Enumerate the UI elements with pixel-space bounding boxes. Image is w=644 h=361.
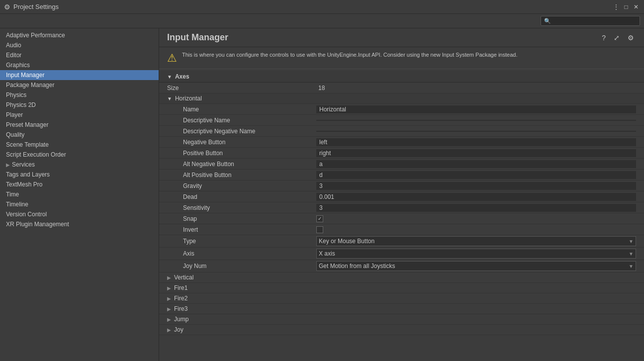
field-label-10: Snap (167, 215, 316, 222)
field-label-6: Alt Positive Button (167, 172, 316, 179)
sidebar-item-label: Time (6, 191, 19, 198)
checkbox-11[interactable] (316, 226, 323, 233)
dropdown-12[interactable]: Key or Mouse Button▼ (316, 236, 636, 246)
collapsed-label-joy: Joy (174, 326, 184, 333)
sidebar-item-quality[interactable]: Quality (0, 130, 159, 140)
sidebar-item-services[interactable]: ▶ Services (0, 160, 159, 170)
horizontal-label: Horizontal (175, 95, 202, 102)
horizontal-section-header[interactable]: ▼ Horizontal (159, 93, 644, 104)
sidebar-item-editor[interactable]: Editor (0, 50, 159, 60)
help-button[interactable]: ? (600, 33, 608, 43)
sidebar-item-label: Timeline (6, 201, 28, 208)
sidebar-item-label: Graphics (6, 62, 30, 69)
sidebar-item-input-manager[interactable]: Input Manager (0, 70, 159, 80)
size-row: Size 18 (159, 83, 644, 93)
sidebar-item-label: Version Control (6, 211, 47, 218)
dropdown-arrow-13: ▼ (629, 251, 634, 257)
field-value-6[interactable]: d (316, 171, 636, 179)
sidebar-item-textmesh-pro[interactable]: TextMesh Pro (0, 180, 159, 189)
settings-button[interactable]: ⚙ (626, 33, 636, 43)
collapsed-section-vertical[interactable]: ▶Vertical (159, 272, 644, 283)
dropdown-arrow-12: ▼ (629, 239, 634, 244)
sidebar-item-physics[interactable]: Physics (0, 90, 159, 100)
dropdown-14[interactable]: Get Motion from all Joysticks▼ (316, 261, 636, 271)
field-label-12: Type (167, 238, 316, 245)
page-title: Input Manager (167, 32, 600, 43)
sidebar-item-package-manager[interactable]: Package Manager (0, 80, 159, 90)
search-input-wrap: 🔍 (541, 16, 640, 26)
field-value-5[interactable]: a (316, 160, 636, 168)
field-value-0[interactable]: Horizontal (316, 105, 636, 113)
field-row-1: Descriptive Name (159, 115, 644, 126)
sidebar-item-label: XR Plugin Management (6, 221, 69, 228)
collapsed-tri-icon: ▶ (167, 306, 171, 312)
content-scroll: ⚠ This is where you can configure the co… (159, 47, 644, 361)
expand-button[interactable]: ⤢ (612, 33, 622, 43)
warning-text: This is where you can configure the cont… (182, 51, 517, 59)
sidebar-item-physics-2d[interactable]: Physics 2D (0, 100, 159, 110)
sidebar-item-label: Audio (6, 42, 21, 49)
search-input[interactable] (553, 17, 637, 24)
search-bar: 🔍 (0, 14, 644, 28)
field-label-8: Dead (167, 193, 316, 200)
sidebar-item-player[interactable]: Player (0, 110, 159, 120)
window-title: Project Settings (13, 3, 59, 10)
axes-section-label: Axes (175, 73, 189, 80)
size-value[interactable]: 18 (316, 84, 636, 92)
sidebar-item-timeline[interactable]: Timeline (0, 199, 159, 209)
field-row-10: Snap (159, 213, 644, 224)
sidebar-item-label: Input Manager (6, 72, 44, 79)
field-label-3: Negative Button (167, 139, 316, 146)
checkbox-10[interactable] (316, 215, 323, 222)
collapsed-label-vertical: Vertical (174, 274, 193, 281)
collapsed-section-joy[interactable]: ▶Joy (159, 325, 644, 335)
sidebar-item-label: Preset Manager (6, 121, 48, 128)
field-label-5: Alt Negative Button (167, 161, 316, 168)
sidebar-item-tags-and-layers[interactable]: Tags and Layers (0, 170, 159, 180)
sidebar-item-script-execution-order[interactable]: Script Execution Order (0, 150, 159, 160)
field-row-14: Joy NumGet Motion from all Joysticks▼ (159, 260, 644, 272)
content-area: Input Manager ? ⤢ ⚙ ⚠ This is where you … (159, 28, 644, 361)
collapsed-section-fire1[interactable]: ▶Fire1 (159, 283, 644, 293)
collapsed-section-fire3[interactable]: ▶Fire3 (159, 304, 644, 314)
more-options-button[interactable]: ⋮ (612, 3, 620, 11)
sidebar-item-graphics[interactable]: Graphics (0, 60, 159, 70)
collapsed-tri-icon: ▶ (167, 317, 171, 322)
sidebar-item-preset-manager[interactable]: Preset Manager (0, 120, 159, 130)
field-row-5: Alt Negative Buttona (159, 159, 644, 170)
sidebar-item-adaptive-performance[interactable]: Adaptive Performance (0, 30, 159, 40)
field-label-1: Descriptive Name (167, 117, 316, 124)
field-label-4: Positive Button (167, 150, 316, 157)
sidebar-item-scene-template[interactable]: Scene Template (0, 140, 159, 150)
collapsed-tri-icon: ▶ (167, 327, 171, 333)
sidebar-item-audio[interactable]: Audio (0, 40, 159, 50)
arrow-icon: ▶ (6, 162, 10, 168)
sidebar-item-xr-plugin-management[interactable]: XR Plugin Management (0, 219, 159, 229)
collapsed-tri-icon: ▶ (167, 296, 171, 301)
search-icon: 🔍 (544, 18, 551, 24)
maximize-button[interactable]: □ (622, 3, 630, 11)
title-bar: ⚙ Project Settings ⋮ □ ✕ (0, 0, 644, 14)
header-icons: ? ⤢ ⚙ (600, 33, 636, 43)
collapsed-section-jump[interactable]: ▶Jump (159, 314, 644, 325)
field-value-7[interactable]: 3 (316, 182, 636, 190)
field-label-9: Sensitivity (167, 204, 316, 211)
field-value-1[interactable] (316, 120, 636, 121)
axes-section-header[interactable]: ▼ Axes (159, 71, 644, 83)
settings-gear-icon: ⚙ (4, 3, 10, 11)
field-value-2[interactable] (316, 131, 636, 132)
sidebar-item-version-control[interactable]: Version Control (0, 209, 159, 219)
collapsed-section-fire2[interactable]: ▶Fire2 (159, 293, 644, 304)
dropdown-13[interactable]: X axis▼ (316, 249, 636, 259)
close-button[interactable]: ✕ (632, 3, 640, 11)
field-value-4[interactable]: right (316, 149, 636, 157)
collapsed-label-jump: Jump (174, 316, 188, 323)
field-value-3[interactable]: left (316, 138, 636, 146)
sidebar-item-label: Player (6, 111, 23, 118)
field-label-2: Descriptive Negative Name (167, 128, 316, 135)
sidebar-item-label: TextMesh Pro (6, 181, 42, 188)
sidebar-item-time[interactable]: Time (0, 189, 159, 199)
field-row-8: Dead0.001 (159, 191, 644, 202)
field-value-8[interactable]: 0.001 (316, 193, 636, 201)
field-value-9[interactable]: 3 (316, 204, 636, 212)
